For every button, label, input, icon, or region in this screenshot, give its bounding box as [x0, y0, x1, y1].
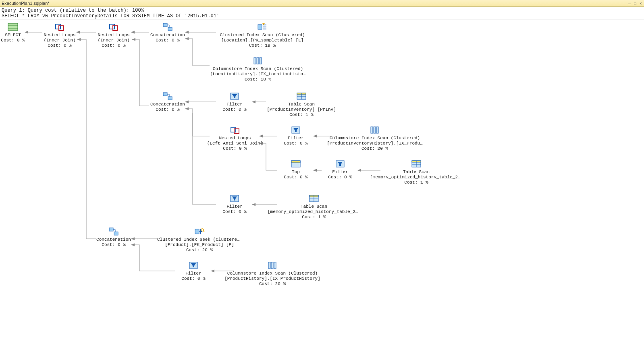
node-columnstore-scan-1[interactable]: Columnstore Index Scan (Clustered) [Loca…: [210, 56, 306, 82]
node-select[interactable]: SELECT Cost: 0 %: [0, 23, 33, 43]
node-filter-4[interactable]: Filter Cost: 0 %: [214, 194, 255, 215]
svg-rect-10: [258, 25, 262, 29]
node-label: Concatenation: [147, 102, 188, 107]
node-nested-loops-1[interactable]: Nested Loops (Inner Join) Cost: 0 %: [39, 23, 80, 48]
node-table-scan-2[interactable]: Table Scan [memory_optimized_history_tab…: [370, 159, 463, 185]
node-label: Filter: [214, 102, 255, 107]
window-restore-icon[interactable]: ❐: [633, 1, 638, 6]
node-detail: [Product].[PK_Product] [P]: [157, 242, 242, 248]
node-label: Table Scan: [370, 170, 463, 175]
nested-loops-icon: [108, 23, 119, 31]
node-filter-2[interactable]: Filter Cost: 0 %: [276, 126, 316, 146]
top-icon: [290, 159, 301, 168]
node-cost: Cost: 0 %: [276, 141, 316, 146]
concatenation-icon: [162, 92, 173, 101]
node-table-scan-3[interactable]: Table Scan [memory_optimized_history_tab…: [268, 194, 360, 220]
svg-rect-23: [231, 127, 236, 132]
node-filter-5[interactable]: Filter Cost: 0 %: [173, 261, 214, 281]
node-detail: [LocationHistory].[IX_LocationHisto…: [210, 72, 306, 77]
clustered-index-seek-icon: [194, 227, 205, 236]
node-detail: [memory_optimized_history_table_200…: [268, 209, 360, 215]
clustered-index-scan-icon: [257, 23, 268, 31]
svg-rect-52: [271, 262, 273, 269]
node-label: Filter: [276, 136, 316, 141]
node-label: Table Scan: [265, 102, 338, 107]
node-label: Nested Loops: [205, 136, 265, 141]
node-clustered-index-seek[interactable]: Clustered Index Seek (Clustered) [Produc…: [157, 227, 242, 253]
svg-rect-12: [254, 58, 256, 64]
node-label: Clustered Index Scan (Clustered): [216, 33, 309, 38]
svg-rect-53: [274, 262, 276, 269]
node-clustered-index-scan-1[interactable]: Clustered Index Scan (Clustered) [Locati…: [216, 23, 309, 48]
node-filter-1[interactable]: Filter Cost: 0 %: [214, 92, 255, 112]
svg-rect-8: [163, 23, 167, 27]
node-concatenation-1[interactable]: Concatenation Cost: 0 %: [147, 23, 188, 43]
node-label: Nested Loops: [93, 33, 134, 38]
node-detail: [ProductInventoryHistory].[IX_Produ…: [326, 141, 423, 146]
svg-rect-46: [195, 229, 199, 234]
node-label: Concatenation: [147, 33, 188, 38]
tab-title[interactable]: ExecutionPlan1.sqlplan*: [1, 1, 50, 6]
node-cost: Cost: 0 %: [320, 175, 360, 180]
svg-rect-4: [56, 24, 60, 29]
columnstore-scan-icon: [252, 56, 264, 65]
svg-rect-13: [257, 58, 259, 64]
node-label: Columnstore Index Scan (Clustered): [224, 271, 321, 276]
select-icon: [7, 23, 19, 31]
node-nested-loops-2[interactable]: Nested Loops (Inner Join) Cost: 0 %: [93, 23, 134, 48]
node-label: Filter: [214, 204, 255, 209]
window-close-icon[interactable]: ×: [638, 1, 643, 6]
concatenation-icon: [162, 23, 173, 31]
svg-rect-16: [168, 97, 172, 100]
node-concatenation-2[interactable]: Concatenation Cost: 0 %: [147, 92, 188, 112]
node-cost: Cost: 0 %: [147, 38, 188, 43]
filter-icon: [290, 126, 301, 134]
node-columnstore-scan-3[interactable]: Columnstore Index Scan (Clustered) [Prod…: [224, 261, 321, 287]
filter-icon: [334, 159, 346, 168]
node-cost: Cost: 0 %: [214, 209, 255, 215]
filter-icon: [229, 194, 240, 203]
node-filter-3[interactable]: Filter Cost: 0 %: [320, 159, 360, 180]
node-table-scan-1[interactable]: Table Scan [ProductInventory] [PrInv] Co…: [265, 92, 338, 118]
node-cost: Cost: 0 %: [214, 107, 255, 112]
node-cost: Cost: 1 %: [265, 112, 338, 118]
node-cost: Cost: 1 %: [370, 180, 463, 185]
node-concatenation-3[interactable]: Concatenation Cost: 0 %: [93, 227, 134, 248]
node-label: Filter: [320, 170, 360, 175]
node-cost: Cost: 0 %: [93, 43, 134, 48]
node-cost: Cost: 0 %: [205, 146, 265, 151]
node-label: Table Scan: [268, 204, 360, 209]
window-min-icon[interactable]: —: [627, 1, 632, 6]
node-cost: Cost: 19 %: [216, 43, 309, 48]
tab-bar: ExecutionPlan1.sqlplan* — ❐ ×: [0, 0, 644, 7]
filter-icon: [229, 92, 240, 101]
node-cost: Cost: 0 %: [0, 38, 33, 43]
node-detail: [ProductInventory] [PrInv]: [265, 107, 338, 112]
svg-rect-14: [260, 58, 262, 64]
node-label: Nested Loops: [39, 33, 80, 38]
svg-rect-44: [109, 228, 113, 231]
nested-loops-icon: [229, 126, 241, 134]
node-label: Top: [276, 170, 316, 175]
node-label: Filter: [173, 271, 214, 276]
execution-plan-canvas[interactable]: SELECT Cost: 0 % Nested Loops (Inner Joi…: [0, 19, 644, 339]
node-cost: Cost: 0 %: [39, 43, 80, 48]
node-cost: Cost: 20 %: [326, 146, 423, 151]
node-top[interactable]: Top Cost: 0 %: [276, 159, 316, 180]
node-nested-loops-3[interactable]: Nested Loops (Left Anti Semi Join) Cost:…: [205, 126, 265, 151]
svg-rect-15: [163, 93, 167, 96]
filter-icon: [188, 261, 199, 270]
nested-loops-icon: [54, 23, 65, 31]
node-label: Columnstore Index Scan (Clustered): [210, 66, 306, 72]
svg-rect-7: [113, 26, 118, 31]
columnstore-scan-icon: [369, 126, 380, 134]
columnstore-scan-icon: [267, 261, 278, 270]
svg-rect-28: [374, 127, 376, 133]
query-sql-text: SELECT * FROM vw_ProductInventoryDetails…: [2, 13, 219, 19]
node-detail: (Inner Join): [93, 38, 134, 43]
node-label: SELECT: [0, 33, 33, 38]
node-columnstore-scan-2[interactable]: Columnstore Index Scan (Clustered) [Prod…: [326, 126, 423, 151]
node-detail: [Location].[PK_sampletable] [L]: [216, 38, 309, 43]
concatenation-icon: [108, 227, 119, 236]
node-detail: [ProductHistory].[IX_ProductHistory]: [224, 276, 321, 281]
